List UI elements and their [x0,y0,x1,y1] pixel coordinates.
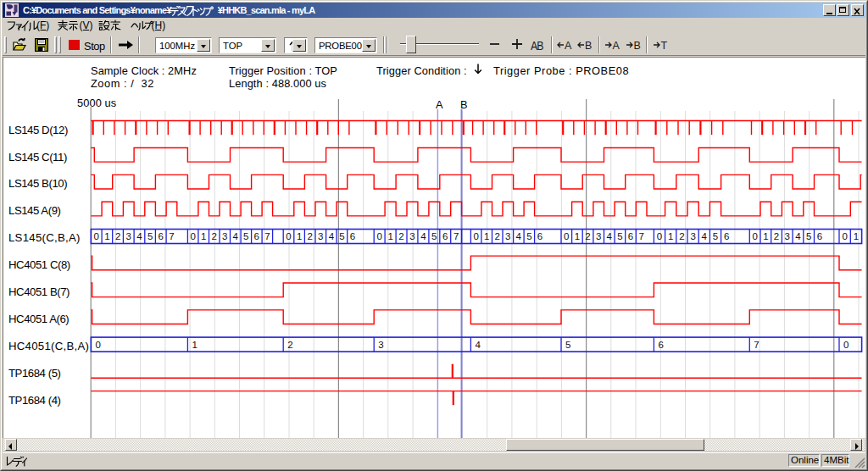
svg-text:6: 6 [537,231,542,241]
svg-text:1: 1 [201,231,206,241]
svg-text:6: 6 [628,231,633,241]
svg-text:0: 0 [473,231,478,241]
svg-text:5: 5 [713,231,718,241]
svg-text:1: 1 [668,231,673,241]
svg-text:4: 4 [475,340,481,350]
svg-text:1: 1 [387,231,392,241]
svg-text:7: 7 [453,231,459,241]
svg-text:4: 4 [420,231,426,241]
svg-text:5: 5 [243,231,248,241]
svg-text:1: 1 [763,231,768,241]
svg-text:3: 3 [318,231,323,241]
svg-text:6: 6 [724,231,729,241]
svg-text:5: 5 [339,231,344,241]
svg-text:1: 1 [484,231,489,241]
svg-text:3: 3 [378,340,383,350]
svg-text:0: 0 [95,340,100,350]
svg-text:4: 4 [607,231,613,241]
svg-text:2: 2 [398,231,403,241]
svg-text:5: 5 [526,231,531,241]
svg-text:2: 2 [287,340,292,350]
svg-text:0: 0 [657,231,662,241]
svg-text:4: 4 [516,231,522,241]
svg-text:4: 4 [329,231,335,241]
svg-text:2: 2 [115,231,120,241]
svg-text:1: 1 [854,231,859,241]
svg-text:3: 3 [409,231,415,241]
svg-text:5: 5 [147,231,153,241]
svg-text:3: 3 [690,231,695,241]
svg-text:6: 6 [254,231,259,241]
svg-text:0: 0 [93,231,98,241]
svg-text:6: 6 [350,231,355,241]
svg-text:6: 6 [442,231,448,241]
svg-text:3: 3 [596,231,601,241]
svg-text:1: 1 [104,231,109,241]
svg-text:0: 0 [564,231,569,241]
svg-text:1: 1 [575,231,580,241]
svg-text:5: 5 [565,340,570,350]
svg-text:3: 3 [125,231,131,241]
svg-text:5: 5 [806,231,811,241]
svg-text:4: 4 [702,231,708,241]
svg-text:0: 0 [842,231,847,241]
svg-text:7: 7 [754,340,759,350]
svg-text:0: 0 [843,340,849,350]
svg-text:3: 3 [784,231,789,241]
svg-text:7: 7 [638,231,643,241]
svg-text:5: 5 [617,231,622,241]
svg-text:6: 6 [817,231,822,241]
svg-text:2: 2 [211,231,216,241]
svg-text:0: 0 [190,231,195,241]
svg-text:5: 5 [431,231,437,241]
svg-text:2: 2 [585,231,590,241]
svg-text:2: 2 [307,231,312,241]
svg-text:1: 1 [297,231,302,241]
svg-text:6: 6 [159,231,164,241]
svg-text:2: 2 [495,231,500,241]
svg-text:7: 7 [169,231,174,241]
svg-text:4: 4 [795,231,801,241]
svg-text:4: 4 [136,231,142,241]
svg-text:1: 1 [192,340,197,350]
svg-text:7: 7 [264,231,270,241]
svg-text:0: 0 [286,231,291,241]
svg-text:4: 4 [233,231,239,241]
svg-text:3: 3 [222,231,227,241]
svg-text:3: 3 [505,231,510,241]
svg-text:2: 2 [679,231,684,241]
svg-text:0: 0 [376,231,381,241]
svg-text:0: 0 [752,231,757,241]
svg-text:6: 6 [658,340,663,350]
svg-text:2: 2 [774,231,779,241]
